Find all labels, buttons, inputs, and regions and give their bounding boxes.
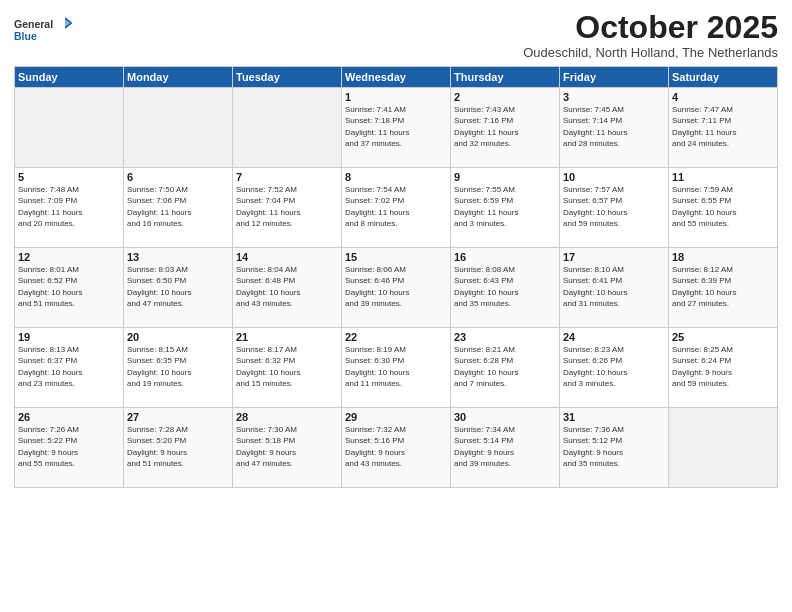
day-number: 4 — [672, 91, 774, 103]
calendar-table: SundayMondayTuesdayWednesdayThursdayFrid… — [14, 66, 778, 488]
day-number: 23 — [454, 331, 556, 343]
day-number: 7 — [236, 171, 338, 183]
weekday-header-friday: Friday — [560, 67, 669, 88]
day-cell: 11Sunrise: 7:59 AM Sunset: 6:55 PM Dayli… — [669, 168, 778, 248]
week-row-1: 1Sunrise: 7:41 AM Sunset: 7:18 PM Daylig… — [15, 88, 778, 168]
day-info: Sunrise: 7:34 AM Sunset: 5:14 PM Dayligh… — [454, 424, 556, 469]
day-cell: 14Sunrise: 8:04 AM Sunset: 6:48 PM Dayli… — [233, 248, 342, 328]
calendar-page: General Blue October 2025 Oudeschild, No… — [0, 0, 792, 612]
day-cell: 6Sunrise: 7:50 AM Sunset: 7:06 PM Daylig… — [124, 168, 233, 248]
day-info: Sunrise: 7:52 AM Sunset: 7:04 PM Dayligh… — [236, 184, 338, 229]
weekday-header-saturday: Saturday — [669, 67, 778, 88]
day-info: Sunrise: 7:32 AM Sunset: 5:16 PM Dayligh… — [345, 424, 447, 469]
day-number: 14 — [236, 251, 338, 263]
day-info: Sunrise: 7:47 AM Sunset: 7:11 PM Dayligh… — [672, 104, 774, 149]
day-number: 24 — [563, 331, 665, 343]
month-title: October 2025 — [523, 10, 778, 45]
weekday-header-monday: Monday — [124, 67, 233, 88]
day-number: 30 — [454, 411, 556, 423]
day-cell — [233, 88, 342, 168]
svg-text:Blue: Blue — [14, 30, 37, 42]
weekday-header-wednesday: Wednesday — [342, 67, 451, 88]
day-info: Sunrise: 7:36 AM Sunset: 5:12 PM Dayligh… — [563, 424, 665, 469]
day-number: 20 — [127, 331, 229, 343]
day-cell: 26Sunrise: 7:26 AM Sunset: 5:22 PM Dayli… — [15, 408, 124, 488]
day-info: Sunrise: 7:45 AM Sunset: 7:14 PM Dayligh… — [563, 104, 665, 149]
day-number: 9 — [454, 171, 556, 183]
day-info: Sunrise: 8:06 AM Sunset: 6:46 PM Dayligh… — [345, 264, 447, 309]
day-number: 13 — [127, 251, 229, 263]
location: Oudeschild, North Holland, The Netherlan… — [523, 45, 778, 60]
day-cell: 10Sunrise: 7:57 AM Sunset: 6:57 PM Dayli… — [560, 168, 669, 248]
day-number: 12 — [18, 251, 120, 263]
day-info: Sunrise: 8:25 AM Sunset: 6:24 PM Dayligh… — [672, 344, 774, 389]
day-cell: 21Sunrise: 8:17 AM Sunset: 6:32 PM Dayli… — [233, 328, 342, 408]
day-number: 29 — [345, 411, 447, 423]
day-cell: 5Sunrise: 7:48 AM Sunset: 7:09 PM Daylig… — [15, 168, 124, 248]
day-cell: 19Sunrise: 8:13 AM Sunset: 6:37 PM Dayli… — [15, 328, 124, 408]
weekday-header-sunday: Sunday — [15, 67, 124, 88]
logo-svg: General Blue — [14, 10, 74, 48]
day-info: Sunrise: 8:19 AM Sunset: 6:30 PM Dayligh… — [345, 344, 447, 389]
weekday-header-row: SundayMondayTuesdayWednesdayThursdayFrid… — [15, 67, 778, 88]
day-number: 3 — [563, 91, 665, 103]
day-number: 11 — [672, 171, 774, 183]
day-number: 19 — [18, 331, 120, 343]
weekday-header-thursday: Thursday — [451, 67, 560, 88]
day-info: Sunrise: 7:59 AM Sunset: 6:55 PM Dayligh… — [672, 184, 774, 229]
day-number: 27 — [127, 411, 229, 423]
week-row-3: 12Sunrise: 8:01 AM Sunset: 6:52 PM Dayli… — [15, 248, 778, 328]
day-number: 15 — [345, 251, 447, 263]
week-row-4: 19Sunrise: 8:13 AM Sunset: 6:37 PM Dayli… — [15, 328, 778, 408]
day-info: Sunrise: 8:10 AM Sunset: 6:41 PM Dayligh… — [563, 264, 665, 309]
day-cell: 28Sunrise: 7:30 AM Sunset: 5:18 PM Dayli… — [233, 408, 342, 488]
day-number: 31 — [563, 411, 665, 423]
week-row-2: 5Sunrise: 7:48 AM Sunset: 7:09 PM Daylig… — [15, 168, 778, 248]
day-info: Sunrise: 8:15 AM Sunset: 6:35 PM Dayligh… — [127, 344, 229, 389]
day-number: 21 — [236, 331, 338, 343]
day-cell: 17Sunrise: 8:10 AM Sunset: 6:41 PM Dayli… — [560, 248, 669, 328]
day-number: 22 — [345, 331, 447, 343]
day-number: 5 — [18, 171, 120, 183]
day-number: 18 — [672, 251, 774, 263]
day-info: Sunrise: 8:21 AM Sunset: 6:28 PM Dayligh… — [454, 344, 556, 389]
day-cell: 12Sunrise: 8:01 AM Sunset: 6:52 PM Dayli… — [15, 248, 124, 328]
day-cell: 7Sunrise: 7:52 AM Sunset: 7:04 PM Daylig… — [233, 168, 342, 248]
day-number: 26 — [18, 411, 120, 423]
day-number: 8 — [345, 171, 447, 183]
day-cell — [669, 408, 778, 488]
day-info: Sunrise: 8:08 AM Sunset: 6:43 PM Dayligh… — [454, 264, 556, 309]
day-cell: 22Sunrise: 8:19 AM Sunset: 6:30 PM Dayli… — [342, 328, 451, 408]
day-cell: 3Sunrise: 7:45 AM Sunset: 7:14 PM Daylig… — [560, 88, 669, 168]
day-number: 25 — [672, 331, 774, 343]
day-cell: 9Sunrise: 7:55 AM Sunset: 6:59 PM Daylig… — [451, 168, 560, 248]
day-cell: 24Sunrise: 8:23 AM Sunset: 6:26 PM Dayli… — [560, 328, 669, 408]
day-cell: 23Sunrise: 8:21 AM Sunset: 6:28 PM Dayli… — [451, 328, 560, 408]
day-info: Sunrise: 7:50 AM Sunset: 7:06 PM Dayligh… — [127, 184, 229, 229]
day-info: Sunrise: 8:03 AM Sunset: 6:50 PM Dayligh… — [127, 264, 229, 309]
weekday-header-tuesday: Tuesday — [233, 67, 342, 88]
day-cell: 27Sunrise: 7:28 AM Sunset: 5:20 PM Dayli… — [124, 408, 233, 488]
day-cell: 13Sunrise: 8:03 AM Sunset: 6:50 PM Dayli… — [124, 248, 233, 328]
day-cell — [124, 88, 233, 168]
svg-text:General: General — [14, 18, 53, 30]
logo: General Blue — [14, 10, 74, 48]
day-cell: 15Sunrise: 8:06 AM Sunset: 6:46 PM Dayli… — [342, 248, 451, 328]
day-cell: 8Sunrise: 7:54 AM Sunset: 7:02 PM Daylig… — [342, 168, 451, 248]
day-number: 10 — [563, 171, 665, 183]
day-cell — [15, 88, 124, 168]
day-number: 6 — [127, 171, 229, 183]
day-info: Sunrise: 7:30 AM Sunset: 5:18 PM Dayligh… — [236, 424, 338, 469]
day-number: 2 — [454, 91, 556, 103]
day-info: Sunrise: 8:17 AM Sunset: 6:32 PM Dayligh… — [236, 344, 338, 389]
day-info: Sunrise: 7:41 AM Sunset: 7:18 PM Dayligh… — [345, 104, 447, 149]
day-info: Sunrise: 7:43 AM Sunset: 7:16 PM Dayligh… — [454, 104, 556, 149]
day-cell: 1Sunrise: 7:41 AM Sunset: 7:18 PM Daylig… — [342, 88, 451, 168]
day-cell: 16Sunrise: 8:08 AM Sunset: 6:43 PM Dayli… — [451, 248, 560, 328]
day-info: Sunrise: 7:57 AM Sunset: 6:57 PM Dayligh… — [563, 184, 665, 229]
day-info: Sunrise: 8:12 AM Sunset: 6:39 PM Dayligh… — [672, 264, 774, 309]
day-cell: 25Sunrise: 8:25 AM Sunset: 6:24 PM Dayli… — [669, 328, 778, 408]
day-info: Sunrise: 7:48 AM Sunset: 7:09 PM Dayligh… — [18, 184, 120, 229]
day-info: Sunrise: 8:01 AM Sunset: 6:52 PM Dayligh… — [18, 264, 120, 309]
day-cell: 18Sunrise: 8:12 AM Sunset: 6:39 PM Dayli… — [669, 248, 778, 328]
